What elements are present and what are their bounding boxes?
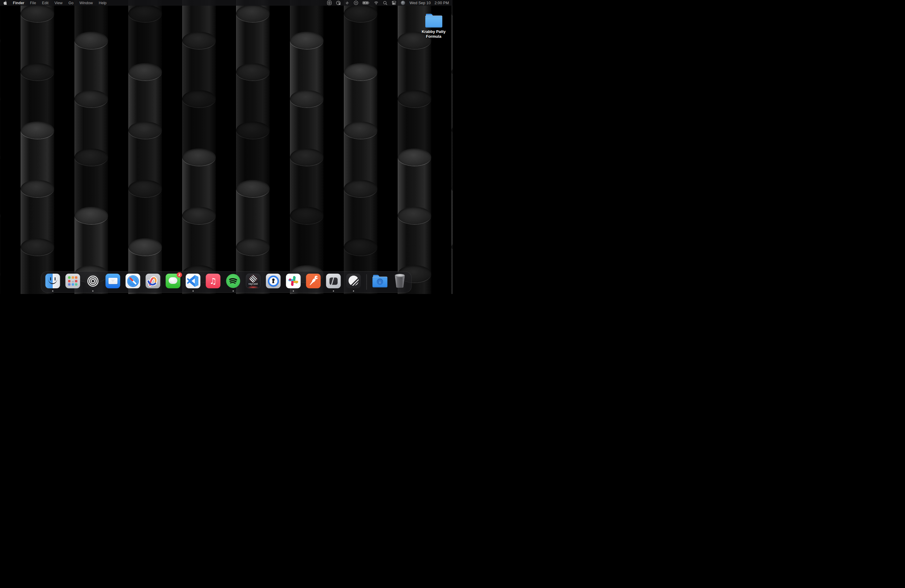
menu-bar: Finder FileEditViewGoWindowHelp Wed Sep … bbox=[0, 0, 452, 6]
wallpaper-cylinder-top bbox=[236, 63, 270, 81]
line bbox=[329, 2, 329, 3]
running-indicator-dot bbox=[92, 291, 94, 292]
menu-help[interactable]: Help bbox=[99, 1, 106, 5]
dock-item-onepassword[interactable] bbox=[266, 273, 281, 288]
dock-item-finder[interactable] bbox=[46, 273, 60, 288]
menu-window[interactable]: Window bbox=[79, 1, 92, 5]
wallpaper-cylinder-top bbox=[290, 90, 324, 108]
wallpaper-cylinder-top bbox=[290, 148, 324, 166]
g bbox=[375, 2, 378, 4]
messages-bubble bbox=[169, 277, 178, 284]
svg bbox=[327, 0, 332, 5]
desktop-screen: Finder FileEditViewGoWindowHelp Wed Sep … bbox=[0, 0, 452, 294]
path bbox=[339, 2, 340, 3]
svg bbox=[3, 1, 7, 5]
c5 bbox=[71, 280, 74, 282]
envelope-flap bbox=[108, 278, 117, 282]
folder-icon bbox=[425, 14, 442, 27]
dock-item-downloads[interactable]: ↓ bbox=[373, 273, 387, 288]
wallpaper-cylinder bbox=[452, 247, 452, 294]
polygon bbox=[195, 275, 198, 287]
menu-bar-clock[interactable]: 2:00 PM bbox=[435, 1, 449, 5]
launchpad-grid bbox=[68, 277, 78, 286]
svg bbox=[288, 275, 299, 286]
safari-icon bbox=[126, 273, 140, 288]
menu-view[interactable]: View bbox=[54, 1, 62, 5]
linear-icon bbox=[346, 273, 361, 288]
svg bbox=[146, 273, 160, 288]
burst-icon[interactable] bbox=[327, 0, 332, 5]
battery-charging-icon[interactable] bbox=[362, 1, 370, 5]
raycast-menu-icon[interactable] bbox=[345, 1, 349, 5]
spotlight-search-icon[interactable] bbox=[383, 1, 387, 5]
dock-item-launchpad[interactable] bbox=[65, 273, 80, 288]
dock-item-arc[interactable] bbox=[146, 273, 160, 288]
wallpaper-cylinder-top bbox=[75, 207, 108, 224]
dock-item-slack[interactable] bbox=[286, 273, 301, 288]
menu-bar-date[interactable]: Wed Sep 10 bbox=[410, 1, 431, 5]
apple-menu-icon[interactable] bbox=[3, 1, 7, 5]
dock-item-safari[interactable] bbox=[126, 273, 140, 288]
wallpaper-cylinder-top bbox=[398, 148, 431, 166]
wallpaper-cylinder bbox=[452, 130, 452, 189]
dock: 2♫raycast↓ bbox=[41, 271, 412, 293]
wallpaper bbox=[0, 0, 452, 294]
path bbox=[309, 281, 313, 286]
menu-file[interactable]: File bbox=[30, 1, 36, 5]
wallpaper-cylinder-top bbox=[129, 238, 162, 256]
path bbox=[230, 283, 235, 283]
dock-item-postman[interactable] bbox=[306, 273, 321, 288]
wallpaper-cylinder-top bbox=[129, 180, 162, 197]
dock-item-spotify[interactable] bbox=[226, 273, 241, 288]
line bbox=[386, 3, 387, 5]
dock-item-target[interactable] bbox=[86, 273, 100, 288]
wallpaper-cylinder bbox=[0, 274, 0, 294]
dock-item-messages[interactable]: 2 bbox=[166, 273, 181, 288]
running-indicator-dot bbox=[353, 291, 354, 292]
raycast-icon: raycast bbox=[246, 273, 261, 288]
desktop-folder-krabby-patty[interactable]: Krabby Patty Formula bbox=[417, 14, 450, 39]
dock-item-vscode[interactable] bbox=[186, 273, 200, 288]
desktop-folder-label: Krabby Patty Formula bbox=[419, 29, 448, 39]
app-menu-finder[interactable]: Finder bbox=[13, 1, 24, 5]
menu-bar-status-icons bbox=[327, 0, 405, 5]
menu-go[interactable]: Go bbox=[68, 1, 74, 5]
raycast-glyph bbox=[249, 275, 257, 283]
wifi-icon[interactable] bbox=[373, 1, 379, 5]
g bbox=[346, 2, 348, 4]
overlapping-panes-app-icon bbox=[326, 273, 341, 288]
dock-item-music[interactable]: ♫ bbox=[206, 273, 221, 288]
notification-badge: 2 bbox=[177, 272, 182, 278]
wallpaper-cylinder-top bbox=[236, 5, 270, 22]
menu-edit[interactable]: Edit bbox=[42, 1, 49, 5]
wallpaper-cylinder bbox=[452, 189, 452, 248]
running-indicator-dot bbox=[192, 291, 194, 292]
path bbox=[3, 1, 7, 5]
dock-item-mail[interactable] bbox=[106, 273, 120, 288]
control-center-icon[interactable] bbox=[391, 0, 397, 5]
g bbox=[348, 275, 360, 288]
line bbox=[330, 2, 330, 3]
power-lock-icon[interactable] bbox=[336, 0, 341, 5]
dock-item-linear[interactable] bbox=[346, 273, 361, 288]
sphere-icon[interactable] bbox=[400, 0, 405, 5]
wallpaper-cylinder-top bbox=[182, 32, 216, 49]
keyhole bbox=[272, 278, 275, 283]
running-indicator-dot bbox=[52, 291, 54, 292]
g bbox=[230, 279, 237, 283]
now-playing-icon[interactable] bbox=[353, 0, 359, 5]
spotify-circle bbox=[226, 274, 240, 288]
dock-item-panes[interactable] bbox=[326, 273, 341, 288]
downloads-folder-shape: ↓ bbox=[373, 275, 387, 288]
wallpaper-cylinder-top bbox=[290, 207, 324, 224]
menu-bar-right: Wed Sep 10 2:00 PM bbox=[327, 0, 449, 5]
dock-item-trash[interactable] bbox=[393, 273, 407, 288]
wallpaper-cylinder bbox=[0, 0, 0, 41]
svg bbox=[373, 1, 379, 5]
circle bbox=[395, 3, 396, 5]
wallpaper-cylinder-top bbox=[344, 5, 377, 22]
safari-needle bbox=[129, 277, 137, 284]
finder-smile bbox=[48, 277, 57, 284]
trash-empty-icon bbox=[393, 274, 407, 289]
dock-item-raycast[interactable]: raycast bbox=[246, 273, 261, 288]
